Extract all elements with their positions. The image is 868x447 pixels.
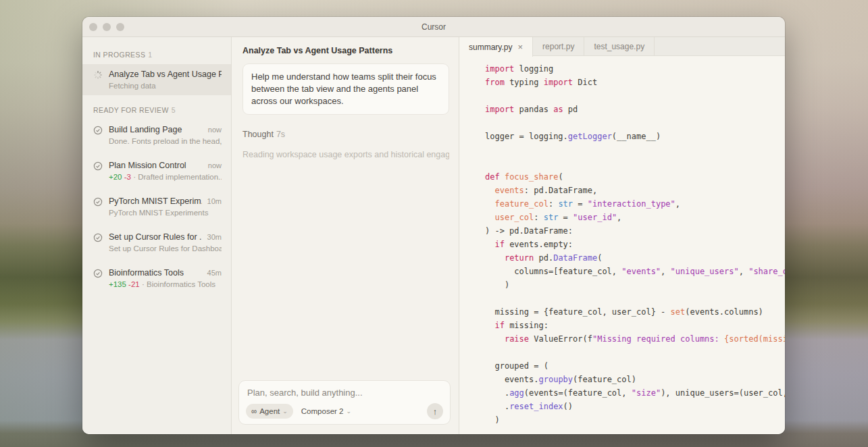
task-summary: +135 -21 · Bioinformatics Tools — [109, 280, 222, 288]
send-button[interactable]: ↑ — [427, 403, 443, 419]
task-summary: PyTorch MNIST Experiments — [109, 209, 222, 217]
chevron-down-icon: ⌄ — [346, 408, 351, 415]
code-line: user_col: str = "user_id", — [485, 211, 785, 224]
diff-additions: +20 — [109, 173, 122, 181]
task-summary: Set up Cursor Rules for Dashboa... — [109, 244, 222, 253]
task-item-build-landing-page[interactable]: Build Landing Page now Done. Fonts prelo… — [82, 120, 231, 151]
cursor-window: Cursor IN PROGRESS1 — [82, 17, 785, 434]
in-progress-section-header: IN PROGRESS1 — [82, 45, 231, 64]
task-title: Analyze Tab vs Agent Usage P... — [109, 70, 222, 79]
tab-label: test_usage.py — [594, 42, 644, 51]
window-title: Cursor — [82, 22, 785, 32]
close-tab-icon[interactable]: × — [517, 43, 523, 51]
task-time: 45m — [207, 269, 222, 277]
task-summary-text: Drafted implementation... — [138, 173, 222, 181]
task-sidebar: IN PROGRESS1 — [82, 37, 232, 434]
task-title: Plan Mission Control — [109, 161, 203, 170]
diff-additions: +135 — [109, 280, 126, 288]
code-line: def focus_share( — [485, 170, 785, 184]
code-line: ) — [485, 278, 785, 292]
task-summary: Done. Fonts preload in the head,... — [109, 137, 222, 145]
task-time: 30m — [207, 233, 222, 241]
code-line: events.groupby(feature_col) — [485, 373, 785, 386]
code-editor: summary.py × report.py test_usage.py imp… — [459, 37, 785, 434]
in-progress-count: 1 — [148, 51, 152, 59]
task-summary: +20 -3 · Drafted implementation... — [109, 173, 222, 181]
model-label: Composer 2 — [301, 407, 344, 415]
ready-label: READY FOR REVIEW — [93, 106, 169, 114]
task-title: Bioinformatics Tools — [109, 268, 202, 278]
composer-input[interactable]: Plan, search, build anything... ∞ Agent … — [238, 380, 451, 425]
code-line: import pandas as pd — [485, 103, 785, 116]
desktop: { "window": { "title": "Cursor" }, "side… — [0, 0, 868, 447]
task-item-pytorch-mnist[interactable]: PyTorch MNIST Experim... 10m PyTorch MNI… — [82, 191, 231, 222]
user-prompt-text: Help me understand how teams split their… — [251, 72, 436, 106]
task-summary-text: Bioinformatics Tools — [147, 280, 215, 288]
check-circle-icon — [93, 196, 103, 217]
agent-panel: Analyze Tab vs Agent Usage Patterns Help… — [232, 37, 459, 434]
code-line — [485, 157, 785, 170]
task-title: PyTorch MNIST Experim... — [109, 196, 202, 206]
thought-label: Thought — [242, 130, 274, 139]
tab-summary-py[interactable]: summary.py × — [459, 37, 533, 57]
separator-dot: · — [133, 173, 136, 181]
agent-mode-label: Agent — [259, 407, 280, 415]
code-line — [485, 143, 785, 157]
check-circle-icon — [93, 161, 103, 181]
code-line — [485, 292, 785, 305]
diff-deletions: -3 — [124, 173, 131, 181]
chevron-down-icon: ⌄ — [282, 408, 288, 415]
task-item-plan-mission-control[interactable]: Plan Mission Control now +20 -3 · Drafte… — [82, 155, 231, 186]
code-line: import logging — [485, 62, 785, 76]
task-time: now — [208, 126, 222, 134]
window-content: IN PROGRESS1 — [82, 37, 785, 434]
task-item-bioinformatics[interactable]: Bioinformatics Tools 45m +135 -21 · Bioi… — [82, 263, 231, 294]
code-line — [485, 89, 785, 103]
task-item-analyze[interactable]: Analyze Tab vs Agent Usage P... Fetching… — [82, 64, 231, 95]
agent-status-text: Reading workspace usage exports and hist… — [242, 150, 449, 159]
code-line — [485, 116, 785, 130]
code-line: if events.empty: — [485, 238, 785, 251]
tab-test-usage-py[interactable]: test_usage.py — [584, 37, 655, 56]
code-line: from typing import Dict — [485, 76, 785, 89]
task-item-cursor-rules[interactable]: Set up Cursor Rules for ... 30m Set up C… — [82, 227, 231, 258]
check-circle-icon — [93, 232, 103, 253]
tab-label: summary.py — [469, 43, 512, 52]
arrow-up-icon: ↑ — [433, 406, 438, 417]
code-line: missing = {feature_col, user_col} - set(… — [485, 305, 785, 319]
code-line: raise ValueError(f"Missing required colu… — [485, 332, 785, 346]
task-time: 10m — [207, 197, 222, 205]
ready-section-header: READY FOR REVIEW5 — [82, 101, 231, 120]
composer-controls: ∞ Agent ⌄ Composer 2 ⌄ ↑ — [246, 403, 443, 419]
code-line: if missing: — [485, 319, 785, 332]
code-line: ) -> pd.DataFrame: — [485, 224, 785, 238]
user-prompt-card: Help me understand how teams split their… — [242, 63, 449, 115]
in-progress-label: IN PROGRESS — [93, 51, 145, 59]
code-line: logger = logging.getLogger(__name__) — [485, 130, 785, 143]
code-line: .agg(events=(feature_col, "size"), uniqu… — [485, 386, 785, 400]
agent-task-title: Analyze Tab vs Agent Usage Patterns — [242, 46, 449, 55]
code-line — [485, 346, 785, 359]
thought-duration: 7s — [276, 130, 285, 139]
agent-mode-dropdown[interactable]: ∞ Agent ⌄ — [246, 404, 293, 419]
tabbar-empty-space — [655, 37, 785, 55]
code-line: return pd.DataFrame( — [485, 251, 785, 265]
code-area[interactable]: import loggingfrom typing import Dict im… — [459, 56, 785, 434]
code-line: feature_col: str = "interaction_type", — [485, 197, 785, 211]
titlebar: Cursor — [82, 17, 785, 37]
code-line: ) — [485, 413, 785, 427]
task-title: Set up Cursor Rules for ... — [109, 232, 202, 242]
code-line: grouped = ( — [485, 359, 785, 373]
spinner-icon — [93, 70, 103, 90]
separator-dot: · — [142, 280, 145, 288]
check-circle-icon — [93, 268, 103, 288]
task-status: Fetching data — [109, 82, 222, 90]
diff-deletions: -21 — [128, 280, 140, 288]
model-dropdown[interactable]: Composer 2 ⌄ — [301, 407, 351, 415]
ready-count: 5 — [172, 106, 176, 114]
thought-row[interactable]: Thought7s — [242, 130, 449, 139]
tab-label: report.py — [542, 42, 574, 51]
infinity-icon: ∞ — [251, 407, 257, 415]
code-line: events: pd.DataFrame, — [485, 184, 785, 197]
tab-report-py[interactable]: report.py — [533, 37, 584, 56]
